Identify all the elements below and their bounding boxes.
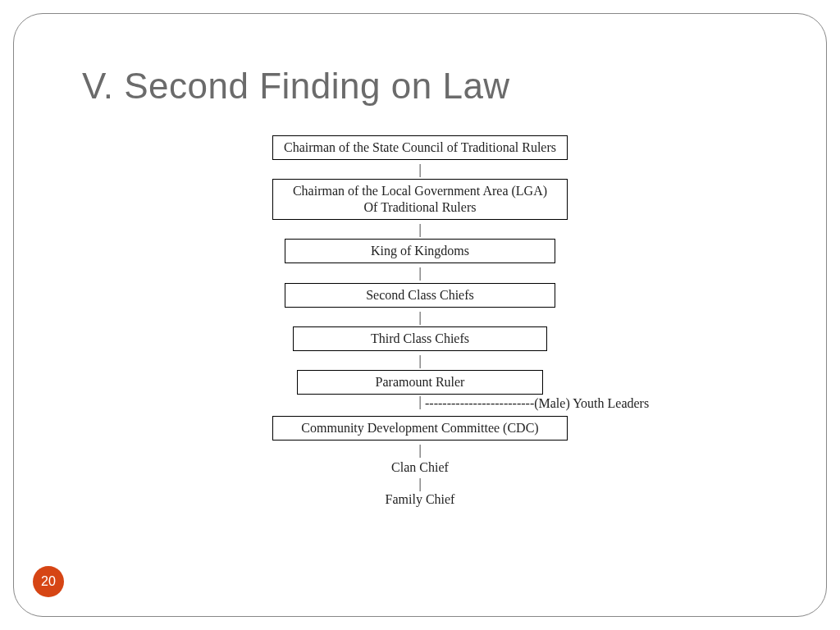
page-number-badge: 20 [33, 566, 64, 597]
slide: V. Second Finding on Law Chairman of the… [0, 0, 840, 630]
hierarchy-label: Chairman of the State Council of Traditi… [280, 139, 560, 156]
hierarchy-box-level5: Third Class Chiefs [293, 326, 547, 351]
hierarchy-label: Community Development Committee (CDC) [280, 420, 560, 436]
connector: | [418, 160, 421, 179]
hierarchy-label: Of Traditional Rulers [280, 199, 560, 216]
hierarchy-box-level1: Chairman of the State Council of Traditi… [272, 135, 568, 160]
branch-row: | -------------------------(Male) Youth … [0, 395, 840, 416]
slide-title: V. Second Finding on Law [82, 66, 510, 107]
connector: | [418, 395, 421, 409]
hierarchy-box-level2: Chairman of the Local Government Area (L… [272, 179, 568, 220]
hierarchy-label: Clan Chief [391, 459, 449, 476]
connector: | [418, 308, 421, 326]
connector: | [418, 441, 421, 459]
connector: | [418, 476, 421, 491]
hierarchy-text-level8: Clan Chief [391, 459, 449, 476]
hierarchy-label: Chairman of the Local Government Area (L… [280, 183, 560, 199]
hierarchy-box-level4: Second Class Chiefs [285, 283, 555, 308]
hierarchy-box-level3: King of Kingdoms [285, 239, 555, 263]
branch-connector: -------------------------(Male) Youth Le… [425, 396, 649, 411]
hierarchy-label: Family Chief [386, 491, 455, 508]
connector: | [418, 220, 421, 239]
connector: | [418, 263, 421, 282]
hierarchy-box-level6: Paramount Ruler [297, 370, 543, 395]
hierarchy-label: Third Class Chiefs [300, 331, 540, 347]
hierarchy-label: Paramount Ruler [304, 374, 536, 390]
hierarchy-label: Second Class Chiefs [292, 287, 548, 304]
page-number: 20 [41, 574, 56, 589]
connector: | [418, 351, 421, 370]
hierarchy-label: King of Kingdoms [292, 243, 548, 259]
hierarchy-diagram: Chairman of the State Council of Traditi… [0, 135, 840, 508]
hierarchy-box-level7: Community Development Committee (CDC) [272, 416, 568, 441]
hierarchy-text-level9: Family Chief [386, 491, 455, 508]
branch-label: (Male) Youth Leaders [534, 396, 649, 410]
